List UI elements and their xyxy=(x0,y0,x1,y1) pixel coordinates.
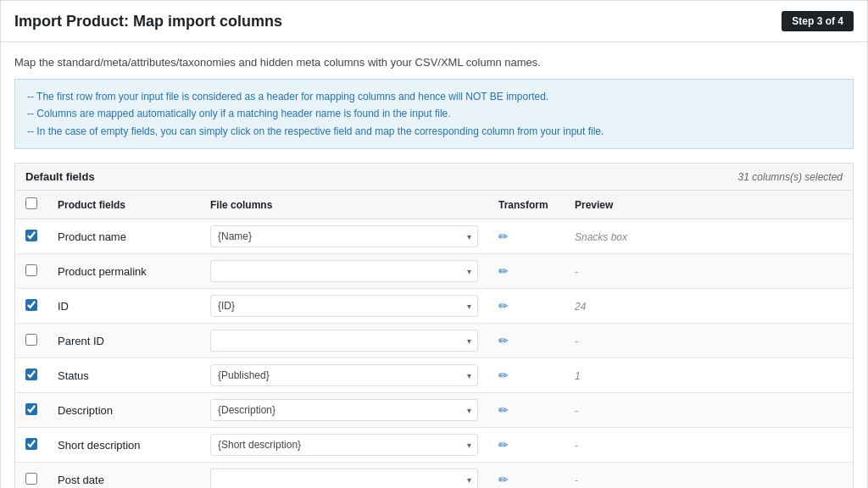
columns-selected: 31 columns(s) selected xyxy=(738,171,843,183)
preview-value: - xyxy=(575,265,578,278)
row-checkbox-3[interactable] xyxy=(25,334,37,346)
row-checkbox-7[interactable] xyxy=(25,473,37,485)
row-preview-cell: - xyxy=(565,393,854,428)
row-field-name: Short description xyxy=(47,428,200,463)
row-file-select-6[interactable]: {Short description} xyxy=(210,434,478,456)
row-checkbox-cell xyxy=(15,393,48,428)
row-checkbox-cell xyxy=(15,219,48,254)
table-row: Status{Published}▾✏1 xyxy=(15,358,854,393)
preview-value: 24 xyxy=(575,301,586,313)
row-preview-cell: - xyxy=(565,463,854,488)
row-preview-cell: 1 xyxy=(565,358,854,393)
row-file-column-cell: {Published}▾ xyxy=(200,358,488,393)
edit-transform-icon[interactable]: ✏ xyxy=(498,369,509,382)
table-row: ID{ID}▾✏24 xyxy=(15,289,854,324)
select-wrapper: ▾ xyxy=(210,330,478,352)
row-preview-cell: Snacks box xyxy=(565,219,854,254)
row-preview-cell: 24 xyxy=(565,289,854,324)
row-field-name: Post date xyxy=(47,463,200,488)
table-row: Post date▾✏- xyxy=(15,463,854,488)
row-transform-cell: ✏ xyxy=(488,358,565,393)
row-transform-cell: ✏ xyxy=(488,463,565,488)
section-header: Default fields 31 columns(s) selected xyxy=(14,163,854,190)
section-title: Default fields xyxy=(25,170,95,183)
row-checkbox-cell xyxy=(15,463,48,488)
row-checkbox-cell xyxy=(15,428,48,463)
row-field-name: Product permalink xyxy=(47,254,200,289)
edit-transform-icon[interactable]: ✏ xyxy=(498,334,509,347)
row-checkbox-1[interactable] xyxy=(25,264,37,276)
select-wrapper: {Short description}▾ xyxy=(210,434,478,456)
row-file-column-cell: {Short description}▾ xyxy=(200,428,488,463)
row-file-select-0[interactable]: {Name} xyxy=(210,225,478,247)
row-checkbox-2[interactable] xyxy=(25,299,37,311)
row-checkbox-cell xyxy=(15,358,48,393)
preview-value: - xyxy=(575,335,578,347)
page-container: Import Product: Map import columns Step … xyxy=(0,0,868,488)
row-file-select-5[interactable]: {Description} xyxy=(210,399,478,421)
row-preview-cell: - xyxy=(565,254,854,289)
edit-transform-icon[interactable]: ✏ xyxy=(498,299,509,313)
row-file-column-cell: {Name}▾ xyxy=(200,219,488,254)
row-checkbox-cell xyxy=(15,254,48,289)
row-file-column-cell: {Description}▾ xyxy=(200,393,488,428)
row-preview-cell: - xyxy=(565,324,854,358)
row-file-select-4[interactable]: {Published} xyxy=(210,364,478,386)
row-checkbox-4[interactable] xyxy=(25,369,37,380)
description-text: Map the standard/meta/attributes/taxonom… xyxy=(14,56,854,69)
row-transform-cell: ✏ xyxy=(488,289,565,324)
select-wrapper: {ID}▾ xyxy=(210,295,478,317)
row-file-select-3[interactable] xyxy=(210,330,478,352)
row-checkbox-0[interactable] xyxy=(25,230,37,241)
row-field-name: Product name xyxy=(47,219,200,254)
preview-value: - xyxy=(575,474,578,486)
page-title: Import Product: Map import columns xyxy=(14,13,282,30)
preview-value: 1 xyxy=(575,370,581,382)
mapping-table: Product fields File columns Transform Pr… xyxy=(14,190,854,488)
step-badge: Step 3 of 4 xyxy=(782,11,854,31)
table-row: Product permalink▾✏- xyxy=(15,254,854,289)
row-file-column-cell: {ID}▾ xyxy=(200,289,488,324)
edit-transform-icon[interactable]: ✏ xyxy=(498,264,509,278)
select-wrapper: {Published}▾ xyxy=(210,364,478,386)
preview-value: - xyxy=(575,439,578,452)
table-row: Product name{Name}▾✏Snacks box xyxy=(15,219,854,254)
preview-value: - xyxy=(575,404,578,417)
info-box: -- The first row from your input file is… xyxy=(14,79,854,149)
edit-transform-icon[interactable]: ✏ xyxy=(498,230,509,243)
table-header-row: Product fields File columns Transform Pr… xyxy=(15,191,854,219)
row-file-column-cell: ▾ xyxy=(200,463,488,488)
row-checkbox-cell xyxy=(15,324,48,358)
th-file-columns: File columns xyxy=(200,191,488,219)
row-transform-cell: ✏ xyxy=(488,254,565,289)
select-wrapper: ▾ xyxy=(210,469,478,488)
table-body: Product name{Name}▾✏Snacks boxProduct pe… xyxy=(15,219,854,488)
edit-transform-icon[interactable]: ✏ xyxy=(498,473,509,486)
info-line-1: -- The first row from your input file is… xyxy=(27,88,841,105)
row-field-name: ID xyxy=(47,289,200,324)
edit-transform-icon[interactable]: ✏ xyxy=(498,438,509,452)
row-file-column-cell: ▾ xyxy=(200,324,488,358)
row-file-select-7[interactable] xyxy=(210,469,478,488)
th-preview: Preview xyxy=(565,191,854,219)
edit-transform-icon[interactable]: ✏ xyxy=(498,403,509,417)
th-transform: Transform xyxy=(488,191,565,219)
row-file-select-1[interactable] xyxy=(210,260,478,282)
info-line-3: -- In the case of empty fields, you can … xyxy=(27,123,841,140)
select-wrapper: {Description}▾ xyxy=(210,399,478,421)
row-checkbox-5[interactable] xyxy=(25,403,37,415)
select-all-checkbox[interactable] xyxy=(25,197,37,209)
select-wrapper: ▾ xyxy=(210,260,478,282)
table-row: Short description{Short description}▾✏- xyxy=(15,428,854,463)
row-field-name: Parent ID xyxy=(47,324,200,358)
row-file-select-2[interactable]: {ID} xyxy=(210,295,478,317)
info-line-2: -- Columns are mapped automatically only… xyxy=(27,105,841,122)
row-preview-cell: - xyxy=(565,428,854,463)
th-checkbox xyxy=(15,191,48,219)
row-checkbox-6[interactable] xyxy=(25,438,37,450)
row-field-name: Status xyxy=(47,358,200,393)
table-row: Description{Description}▾✏- xyxy=(15,393,854,428)
table-row: Parent ID▾✏- xyxy=(15,324,854,358)
row-file-column-cell: ▾ xyxy=(200,254,488,289)
select-wrapper: {Name}▾ xyxy=(210,225,478,247)
